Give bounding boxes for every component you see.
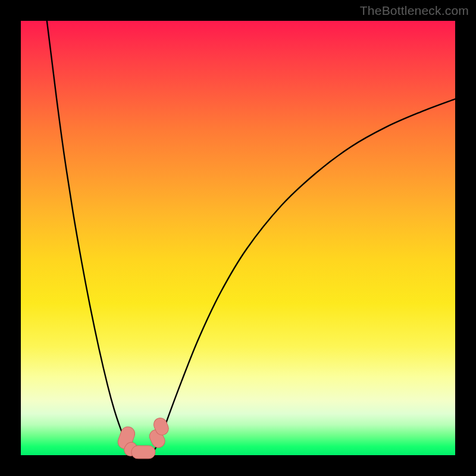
curve-right-branch (153, 99, 455, 452)
curve-left-branch (47, 21, 154, 452)
bottleneck-markers (116, 416, 171, 459)
watermark-text: TheBottleneck.com (360, 4, 469, 18)
marker-capsule (131, 446, 155, 459)
chart-frame: TheBottleneck.com (0, 0, 476, 476)
chart-overlay (21, 21, 455, 455)
